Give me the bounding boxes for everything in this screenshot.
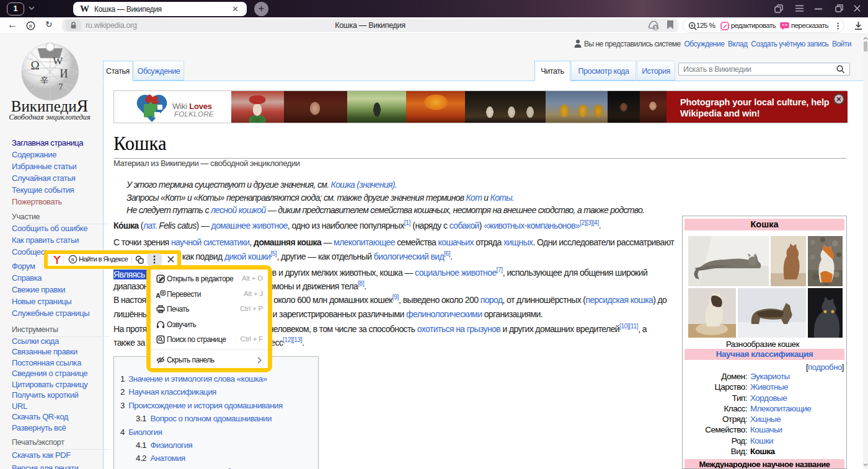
svg-text:A: A [156, 292, 161, 299]
svg-text:W: W [53, 55, 63, 67]
svg-text:“: “ [782, 23, 784, 29]
svg-text:Ω: Ω [30, 59, 39, 72]
svg-text:И: И [60, 68, 68, 80]
svg-text:辛: 辛 [40, 76, 48, 85]
svg-text:я: я [29, 23, 32, 29]
svg-text:1: 1 [654, 25, 657, 31]
svg-text:7: 7 [58, 82, 63, 92]
svg-text:“: “ [785, 23, 787, 29]
svg-text:я: я [71, 256, 74, 263]
